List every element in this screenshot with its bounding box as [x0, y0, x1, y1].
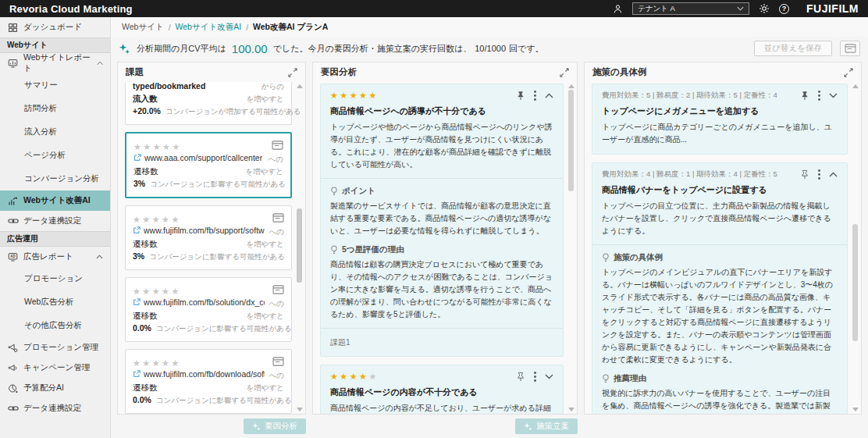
- svg-text:AD: AD: [10, 255, 16, 258]
- factor-title: 商品情報ページへの誘導が不十分である: [330, 105, 553, 117]
- pin-icon-outline[interactable]: [516, 372, 525, 382]
- measure-title: トップページにメガメニューを追加する: [602, 105, 838, 117]
- sidebar-item-dashboard[interactable]: ダッシュボード: [0, 17, 110, 37]
- breadcrumb-current-plan: Web改善AI プランA: [253, 22, 328, 33]
- card-detail-icon[interactable]: [272, 285, 284, 294]
- issue-card[interactable]: ★★★★★ www.fujifilm.com/fb/support/softwa…: [125, 205, 292, 270]
- kebab-menu-icon[interactable]: [818, 169, 820, 180]
- website-report-icon: [7, 59, 19, 69]
- star-rating[interactable]: ★★★★★: [133, 215, 181, 224]
- kebab-menu-icon[interactable]: [534, 372, 536, 382]
- sidebar-item-campaign-manage[interactable]: キャンペーン管理: [0, 358, 110, 378]
- chevron-down-icon[interactable]: [545, 374, 553, 379]
- issue-url[interactable]: www.fujifilm.com/fb/solution/dx_col...: [144, 297, 265, 307]
- bulb-icon: [602, 374, 610, 384]
- measure-summary: トップページの目立つ位置に、主力商品や新製品の情報を掲載したバナーを設置し、クリ…: [602, 200, 838, 237]
- sidebar-item-visit-analysis[interactable]: 訪問分析: [0, 97, 110, 120]
- factor-panel-title: 要因分析: [321, 66, 357, 78]
- chevron-up-icon[interactable]: [545, 93, 553, 98]
- sidebar-item-data-link-settings-2[interactable]: データ連携設定: [0, 398, 110, 418]
- card-detail-icon[interactable]: [272, 357, 284, 366]
- sidebar-item-promotion-manage[interactable]: プロモーション管理: [0, 337, 110, 358]
- issue-card[interactable]: ★★★★★ www.fujifilm.com/fb/solution/dx_co…: [125, 277, 292, 342]
- sidebar-item-promotion[interactable]: プロモーション: [0, 267, 110, 290]
- issue-card-selected[interactable]: ★★★★★ www.aaa.com/support/callcenter への …: [125, 132, 292, 198]
- issue-url[interactable]: www.fujifilm.com/fb/download/softw...: [144, 369, 265, 379]
- save-sort-button[interactable]: 並び替えを保存: [754, 41, 832, 56]
- factor-analysis-button[interactable]: 要因分析: [244, 418, 306, 434]
- star-rating[interactable]: ★★★★★: [330, 372, 379, 381]
- ad-report-icon: AD: [7, 252, 19, 262]
- sidebar-section-website: Webサイト: [0, 37, 110, 53]
- sidebar-group-website-report[interactable]: Webサイトレポート: [0, 53, 110, 73]
- gear-icon[interactable]: [759, 3, 770, 14]
- sidebar-item-website-improve-ai[interactable]: Webサイト改善AI: [0, 191, 110, 211]
- promotion-manage-icon: [7, 343, 19, 353]
- sidebar-item-budget-ai[interactable]: 予算配分AI: [0, 378, 110, 398]
- sidebar-item-data-link-settings[interactable]: データ連携設定: [0, 211, 110, 231]
- footer-actions: 要因分析 施策立案: [111, 415, 868, 438]
- issue-card[interactable]: ★★★★★ www.fujifilm.com/fb/download/softw…: [125, 349, 292, 414]
- sparkle-icon: [252, 422, 261, 431]
- panel-expand-icon[interactable]: [560, 68, 569, 77]
- chevron-down-icon[interactable]: [829, 93, 838, 98]
- factor-summary: 商品情報ページの内容が不足しており、ユーザーが求める詳細な仕様や特徴、...: [330, 402, 553, 414]
- help-icon[interactable]: ?: [779, 4, 789, 14]
- panel-expand-icon[interactable]: [288, 68, 297, 77]
- kebab-menu-icon[interactable]: [534, 91, 536, 101]
- measure-card-collapsed[interactable]: 費用対効果：5 | 難易度：2 | 期待効果：5 | 定番性：4 トップページに…: [592, 84, 848, 155]
- measure-card-expanded[interactable]: 費用対効果：4 | 難易度：1 | 期待効果：4 | 定番性：5 商品情報バナー…: [592, 162, 848, 414]
- chevron-up-icon: [97, 61, 103, 66]
- info-middle: でした。今月の要因分析・施策立案の実行回数は、: [273, 43, 472, 55]
- budget-ai-icon: [7, 383, 19, 393]
- scroll-down-icon: [297, 408, 303, 411]
- breadcrumb-website[interactable]: Webサイト: [122, 22, 164, 33]
- star-rating[interactable]: ★★★★★: [133, 143, 182, 151]
- tenant-select[interactable]: テナント A: [632, 2, 749, 15]
- scrollbar[interactable]: [852, 84, 859, 412]
- chevron-up-icon[interactable]: [829, 172, 838, 177]
- card-detail-icon[interactable]: [272, 141, 283, 150]
- scroll-down-icon: [852, 408, 859, 411]
- issue-card[interactable]: typed/bookmarkedからの 流入数を増やすと +20.0%コンバージ…: [125, 82, 292, 125]
- issue-url[interactable]: www.fujifilm.com/fb/support/softwar...: [144, 226, 265, 235]
- factor-card-collapsed[interactable]: ★★★★★ 商品情報ページの内容が不十分である 商品情報ページの内容が不足してお…: [320, 365, 564, 414]
- sidebar-group-ad-report[interactable]: AD 広告レポート: [0, 247, 110, 267]
- breadcrumb: Webサイト / Webサイト改善AI / Web改善AI プランA: [111, 17, 868, 37]
- external-link-icon: [133, 298, 141, 306]
- star-rating[interactable]: ★★★★★: [330, 91, 379, 100]
- pin-icon-outline[interactable]: [800, 169, 809, 180]
- factor-analysis-panel: 要因分析 ★★★★★: [312, 62, 578, 415]
- pin-icon-filled[interactable]: [800, 91, 809, 101]
- sidebar-item-conversion-analysis[interactable]: コンバージョン分析: [0, 167, 110, 191]
- external-link-icon: [133, 370, 141, 378]
- panel-expand-icon[interactable]: [844, 68, 853, 77]
- user-icon[interactable]: [613, 4, 623, 14]
- sidebar-item-web-ad-analysis[interactable]: Web広告分析: [0, 290, 110, 314]
- kebab-menu-icon[interactable]: [818, 91, 820, 101]
- star-rating[interactable]: ★★★★★: [133, 287, 181, 296]
- measure-metrics: 費用対効果：5 | 難易度：2 | 期待効果：5 | 定番性：4: [602, 91, 777, 101]
- scrollbar[interactable]: [567, 84, 575, 412]
- breadcrumb-website-improve-ai[interactable]: Webサイト改善AI: [176, 22, 242, 33]
- improve-ai-icon: [7, 196, 19, 206]
- info-prefix: 分析期間の月CV平均は: [137, 43, 226, 55]
- card-detail-icon[interactable]: [272, 213, 284, 223]
- factor-card-expanded[interactable]: ★★★★★ 商品情報ページへの誘導が不十分である トップページや他のページから商…: [320, 84, 564, 357]
- scrollbar[interactable]: [296, 84, 304, 412]
- usage-count: 10/1000: [475, 44, 506, 53]
- issue-url[interactable]: www.aaa.com/support/callcenter: [144, 153, 262, 162]
- sidebar-item-summary[interactable]: サマリー: [0, 73, 110, 97]
- sidebar-item-page-analysis[interactable]: ページ分析: [0, 144, 110, 167]
- star-rating[interactable]: ★★★★★: [133, 359, 181, 368]
- measure-summary: トップページに商品カテゴリーごとのメガメニューを追加し、ユーザーが直感的に商品.…: [602, 121, 838, 146]
- dashboard-icon: [7, 23, 19, 33]
- sidebar-item-other-ad-analysis[interactable]: その他広告分析: [0, 314, 110, 337]
- card-layout-button[interactable]: [840, 41, 860, 56]
- campaign-manage-icon: [7, 363, 19, 373]
- pin-icon-filled[interactable]: [516, 91, 525, 101]
- fujifilm-logo: FUJIFILM: [806, 2, 859, 15]
- measure-plan-button[interactable]: 施策立案: [515, 418, 578, 434]
- sidebar-item-inflow-analysis[interactable]: 流入分析: [0, 120, 110, 144]
- factor-summary: トップページや他のページから商品情報ページへのリンクや誘導が目立たず、ユーザーが…: [330, 121, 553, 171]
